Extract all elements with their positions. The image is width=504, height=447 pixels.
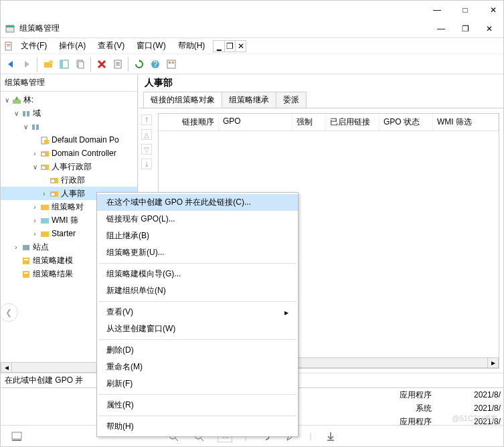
move-down-button[interactable]: ▽ [141,144,152,155]
tree-item[interactable]: 行政部 [61,175,85,186]
ctx-view[interactable]: 查看(V)▸ [97,304,298,321]
menu-action[interactable]: 操作(A) [54,39,91,53]
separator [37,57,38,72]
download-button[interactable] [324,430,337,443]
tree-item[interactable]: WMI 筛 [52,215,78,226]
ctx-create-gpo-link[interactable]: 在这个域中创建 GPO 并在此处链接(C)... [97,194,298,211]
chevron-right-icon: ▸ [284,308,288,317]
svg-rect-40 [24,259,28,260]
col-wmi-filter[interactable]: WMI 筛选 [433,114,499,130]
mdi-min-button[interactable]: ‗ [214,41,224,52]
menu-file[interactable]: 文件(F) [15,39,52,53]
ctx-refresh[interactable]: 刷新(F) [97,375,298,392]
expander-icon[interactable]: ∨ [2,96,11,104]
svg-rect-44 [12,440,21,441]
menu-help[interactable]: 帮助(H) [173,39,211,53]
svg-rect-32 [51,179,55,183]
outer-max-button[interactable]: □ [460,5,470,15]
tree-domain-root[interactable]: 域 [33,108,41,119]
tree-item[interactable]: 人事行政部 [52,161,92,173]
ctx-rename[interactable]: 重命名(M) [97,359,298,375]
expander-icon[interactable]: ∨ [30,163,39,171]
tree-item[interactable]: Starter [52,229,76,238]
close-button[interactable]: ✕ [479,21,499,36]
col-link-order[interactable]: 链接顺序 [159,114,219,130]
menu-window[interactable]: 窗口(W) [131,39,171,53]
expander-icon[interactable]: › [11,244,21,251]
svg-rect-21 [23,111,25,116]
ctx-block-inherit[interactable]: 阻止继承(B) [97,228,298,244]
ctx-gp-update[interactable]: 组策略更新(U)... [97,244,298,261]
mdi-close-button[interactable]: ✕ [235,41,246,52]
tab-delegation[interactable]: 委派 [276,92,307,108]
tree-item[interactable]: Domain Controller [52,149,116,158]
mdi-restore-button[interactable]: ❐ [224,41,235,52]
ctx-delete[interactable]: 删除(D) [97,342,298,359]
col-gpo[interactable]: GPO [219,114,292,130]
expander-icon[interactable]: › [39,190,49,197]
scroll-right-icon[interactable]: ▸ [487,358,498,367]
options-button[interactable] [164,57,179,72]
ou-icon [39,162,50,171]
back-button[interactable] [3,57,18,72]
ctx-new-window[interactable]: 从这里创建窗口(W) [97,321,298,337]
scroll-left-icon[interactable]: ◂ [1,363,12,372]
expander-icon[interactable]: › [30,150,39,157]
mdi-buttons: ‗ ❐ ✕ [213,40,246,52]
menu-view[interactable]: 查看(V) [92,39,130,53]
copy-button[interactable] [73,57,88,72]
tab-linked-gpo[interactable]: 链接的组策略对象 [143,92,222,108]
tree-item[interactable]: Default Domain Po [52,135,119,145]
tree-root[interactable]: 林: [23,94,33,106]
move-up-button[interactable]: △ [141,129,152,140]
ctx-help[interactable]: 帮助(H) [97,418,298,435]
svg-rect-3 [7,44,10,45]
outer-close-button[interactable]: ✕ [489,5,498,15]
outer-min-button[interactable]: — [432,5,442,15]
col-enforced[interactable]: 强制 [292,114,326,130]
ctx-properties[interactable]: 属性(R) [97,397,298,414]
expander-icon[interactable]: ∨ [11,110,21,117]
minimize-button[interactable]: — [431,21,451,36]
refresh-button[interactable] [132,57,147,72]
forward-button[interactable] [19,57,34,72]
tree-item[interactable]: 组策略对 [52,201,84,213]
restore-button[interactable]: ❐ [455,21,475,36]
expander-icon[interactable]: ∨ [21,123,30,130]
expander-icon[interactable]: › [30,203,39,211]
move-top-button[interactable]: ⤒ [141,114,152,125]
tree-gpm-result[interactable]: 组策略结果 [33,268,73,280]
tree-domain[interactable] [42,122,44,131]
new-folder-button[interactable] [41,57,56,72]
svg-rect-42 [24,272,28,274]
svg-rect-1 [6,25,14,27]
help-button[interactable]: ? [148,57,163,72]
ctx-link-existing[interactable]: 链接现有 GPO(L)... [97,211,298,228]
svg-rect-4 [7,46,10,46]
svg-rect-20 [13,100,21,104]
tab-inheritance[interactable]: 组策略继承 [222,92,276,108]
delete-button[interactable] [94,57,109,72]
properties-button[interactable] [110,57,125,72]
tree-sites[interactable]: 站点 [33,242,49,253]
col-gpo-status[interactable]: GPO 状态 [380,114,433,130]
wmi-icon [39,215,50,225]
ctx-modeling-wizard[interactable]: 组策略建模向导(G)... [97,266,298,282]
col-link-enabled[interactable]: 已启用链接 [326,114,380,130]
show-tree-button[interactable] [57,57,72,72]
tree-gpm-model[interactable]: 组策略建模 [33,255,73,266]
move-bottom-button[interactable]: ⤓ [141,159,152,169]
svg-rect-13 [116,64,120,64]
expander-icon[interactable]: › [30,217,39,224]
ctx-new-ou[interactable]: 新建组织单位(N) [97,282,298,299]
title-bar: 组策略管理 — ❐ ✕ [1,19,503,38]
prev-pane-button[interactable]: ❮ [1,303,18,322]
gpo-icon [39,135,50,145]
svg-rect-26 [44,140,49,144]
toolbar: ? [1,54,503,74]
tree-item-selected[interactable]: 人事部 [61,188,85,199]
ctx-separator [98,263,297,264]
folder-icon [39,229,50,238]
thumbnail-button[interactable] [10,430,23,443]
expander-icon[interactable]: › [30,230,39,238]
